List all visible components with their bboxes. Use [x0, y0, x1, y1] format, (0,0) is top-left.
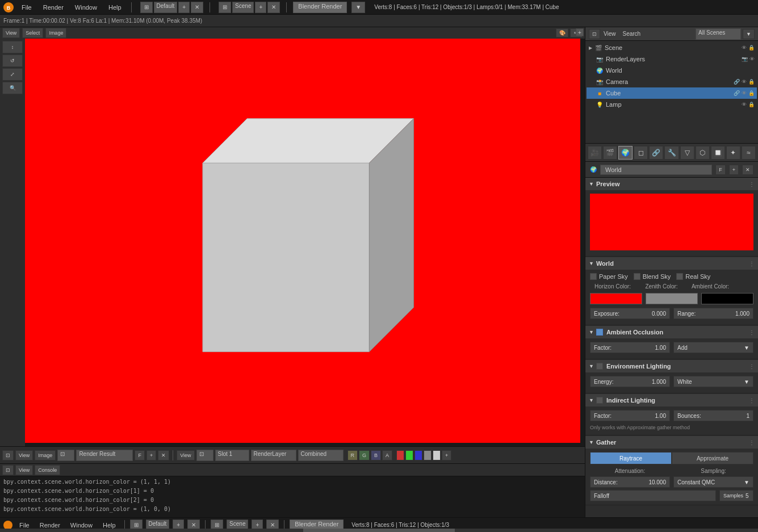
scene-add[interactable]: +	[255, 2, 266, 13]
bottom-image[interactable]: Image	[35, 450, 56, 460]
real-sky-checkbox[interactable]: Real Sky	[676, 273, 710, 280]
outliner-icon[interactable]: ⊡	[589, 29, 600, 39]
cam-link-icon[interactable]: 🔗	[734, 79, 740, 85]
exposure-field[interactable]: Exposure: 0.000	[590, 308, 670, 319]
cube-link-icon[interactable]: 🔗	[734, 90, 740, 96]
viewport-expand-btn[interactable]: +	[576, 28, 584, 36]
color-btn1[interactable]	[396, 450, 404, 460]
prop-world-icon[interactable]: 🌍	[618, 146, 633, 160]
indirect-factor-field[interactable]: Factor: 1.00	[590, 410, 670, 421]
menu-help[interactable]: Help	[105, 3, 125, 12]
render-result-select[interactable]: Render Result	[76, 450, 133, 461]
lamp-eye-icon[interactable]: 👁	[742, 102, 747, 107]
ambient-color-swatch[interactable]	[701, 293, 753, 304]
outliner-item-scene[interactable]: ▶ 🎬 Scene 👁 🔒	[587, 42, 757, 53]
env-energy-field[interactable]: Energy: 1.000	[590, 376, 670, 387]
outliner-item-camera[interactable]: 📸 Camera 🔗 👁 🔒	[587, 76, 757, 87]
horizon-color-swatch[interactable]	[590, 293, 642, 304]
scene-x[interactable]: ✕	[267, 2, 280, 13]
zoom-tool[interactable]: 🔍	[2, 82, 23, 94]
bottom-icon2[interactable]: ⊡	[57, 450, 74, 461]
color-btn2[interactable]	[405, 450, 413, 460]
prop-texture-icon[interactable]: 🔲	[711, 146, 725, 160]
gather-samples-field[interactable]: Samples 5	[719, 490, 753, 501]
outliner-item-cube[interactable]: ■ Cube 🔗 👁 🔒	[587, 87, 757, 99]
layer-select[interactable]: RenderLayer	[251, 450, 296, 461]
color-btn3[interactable]	[414, 450, 422, 460]
workspace-select[interactable]: Default	[154, 2, 178, 13]
scene-select[interactable]: Scene	[232, 2, 254, 13]
gather-distance-field[interactable]: Distance: 10.000	[590, 476, 670, 488]
engine-select[interactable]: Blender Render	[293, 2, 347, 13]
lamp-lock-icon[interactable]: 🔒	[748, 102, 755, 107]
color-btn4[interactable]	[424, 450, 432, 460]
all-scenes-select[interactable]: All Scenes	[696, 28, 741, 40]
console-view-btn[interactable]: View	[15, 465, 33, 475]
plus-btn2[interactable]: +	[146, 450, 156, 460]
view-btn2[interactable]: View	[177, 450, 194, 460]
image-menu-btn[interactable]: Image	[45, 28, 66, 38]
channel-r[interactable]: R	[347, 450, 358, 460]
range-field[interactable]: Range: 1.000	[673, 308, 753, 319]
bottom-view[interactable]: View	[15, 450, 33, 460]
outliner-dropdown[interactable]: ▼	[743, 29, 755, 39]
outliner-view-btn[interactable]: View	[604, 31, 616, 37]
scene-icon[interactable]: ⊞	[219, 2, 231, 13]
rotate-tool[interactable]: ↺	[2, 55, 23, 67]
world-plus-btn[interactable]: +	[729, 165, 739, 175]
gather-sampling-select[interactable]: Constant QMC ▼	[673, 476, 753, 488]
view-menu-btn[interactable]: View	[2, 28, 20, 38]
rl-eye-icon[interactable]: 👁	[749, 56, 755, 62]
zoom-btn[interactable]: +	[442, 450, 451, 460]
workspace-icon[interactable]: ⊞	[140, 2, 153, 13]
ao-dots[interactable]: ⋮	[749, 329, 755, 336]
ao-checkbox[interactable]	[596, 329, 603, 336]
gather-tab-approximate[interactable]: Approximate	[672, 452, 753, 464]
gather-tab-raytrace[interactable]: Raytrace	[590, 452, 672, 464]
preview-dots[interactable]: ⋮	[749, 181, 755, 187]
indirect-bounces-field[interactable]: Bounces: 1	[673, 410, 753, 421]
render-icon-btn[interactable]: 🎨	[556, 28, 568, 37]
channel-g[interactable]: G	[359, 450, 370, 460]
x-btn2[interactable]: ✕	[158, 450, 169, 460]
prop-material-icon[interactable]: ⬡	[696, 146, 710, 160]
color-btn5[interactable]	[433, 450, 441, 460]
section-gather-header[interactable]: ▼ Gather ⋮	[585, 436, 758, 449]
prop-modifier-icon[interactable]: 🔧	[664, 146, 679, 160]
outliner-search-btn[interactable]: Search	[623, 31, 641, 37]
prop-particles-icon[interactable]: ✦	[726, 146, 740, 160]
scale-tool[interactable]: ⤢	[2, 68, 23, 81]
select-menu-btn[interactable]: Select	[22, 28, 43, 38]
prop-constraint-icon[interactable]: 🔗	[649, 146, 663, 160]
cube-eye-icon[interactable]: 👁	[742, 90, 747, 96]
world-f-btn[interactable]: F	[715, 165, 726, 175]
prop-data-icon[interactable]: ▽	[680, 146, 694, 160]
combined-select[interactable]: Combined	[298, 450, 344, 461]
slot-select[interactable]: Slot 1	[215, 450, 249, 461]
channel-b[interactable]: B	[371, 450, 381, 460]
env-dots[interactable]: ⋮	[749, 363, 755, 370]
section-world-header[interactable]: ▼ World ⋮	[585, 257, 758, 270]
menu-file[interactable]: File	[18, 3, 35, 12]
gather-falloff-field[interactable]: Falloff	[590, 490, 716, 501]
cam-lock-icon[interactable]: 🔒	[748, 79, 755, 85]
workspace-x[interactable]: ✕	[191, 2, 203, 13]
prop-render-icon[interactable]: 🎥	[588, 146, 602, 160]
menu-window[interactable]: Window	[72, 3, 100, 12]
prop-scene-icon[interactable]: 🎬	[603, 146, 617, 160]
outliner-item-world[interactable]: 🌍 World	[587, 65, 757, 76]
cube-lock-icon[interactable]: 🔒	[748, 90, 755, 96]
workspace-add[interactable]: +	[178, 2, 190, 13]
move-tool[interactable]: ↕	[2, 41, 23, 53]
paper-sky-checkbox[interactable]: Paper Sky	[590, 273, 628, 280]
indirect-dots[interactable]: ⋮	[749, 397, 755, 404]
engine-dropdown[interactable]: ▼	[351, 2, 365, 13]
menu-render[interactable]: Render	[40, 3, 67, 12]
f-btn[interactable]: F	[135, 450, 145, 460]
outliner-item-renderlayers[interactable]: 📷 RenderLayers 📷 👁	[587, 53, 757, 65]
section-indirect-header[interactable]: ▼ Indirect Lighting ⋮	[585, 394, 758, 407]
scene-eye-icon[interactable]: 👁	[742, 45, 747, 51]
bottom-icon[interactable]: ⊡	[2, 450, 14, 460]
console-image-btn[interactable]: Console	[35, 465, 60, 475]
ao-method-select[interactable]: Add ▼	[673, 342, 753, 353]
